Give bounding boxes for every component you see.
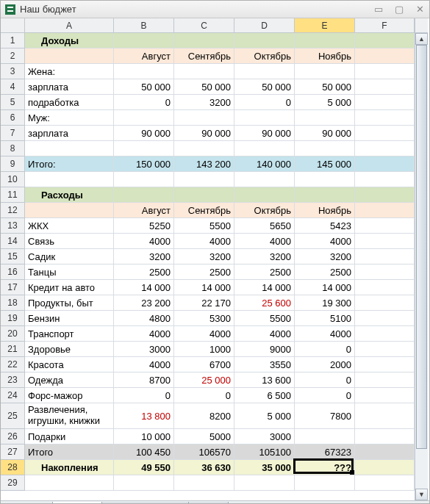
cell-E3[interactable] xyxy=(295,64,355,79)
minimize-button[interactable]: ▭ xyxy=(373,4,384,15)
col-head-B[interactable]: B xyxy=(114,18,174,33)
cell-C23[interactable]: 25 000 xyxy=(174,372,234,388)
cell-D5[interactable]: 0 xyxy=(234,95,295,110)
row-head-13[interactable]: 13 xyxy=(1,218,25,234)
cell-A28[interactable]: Накопления xyxy=(25,460,114,475)
cell-C19[interactable]: 5300 xyxy=(174,311,234,326)
cell-A9[interactable]: Итого: xyxy=(25,156,114,172)
row-head-17[interactable]: 17 xyxy=(1,280,25,295)
cell-E19[interactable]: 5100 xyxy=(295,311,355,326)
cell-F26[interactable] xyxy=(355,429,415,444)
cell-A12[interactable] xyxy=(25,203,114,218)
row-head-4[interactable]: 4 xyxy=(1,79,25,95)
cell-D22[interactable]: 3550 xyxy=(234,357,295,372)
scroll-down-button[interactable]: ▼ xyxy=(415,489,428,500)
cell-C24[interactable]: 0 xyxy=(174,388,234,403)
cell-F19[interactable] xyxy=(355,311,415,326)
col-head-F[interactable]: F xyxy=(355,18,415,33)
cell-C15[interactable]: 3200 xyxy=(174,249,234,264)
cell-E15[interactable]: 3200 xyxy=(295,249,355,264)
cell-F8[interactable] xyxy=(355,141,415,156)
cell-C11[interactable] xyxy=(174,187,234,203)
row-head-11[interactable]: 11 xyxy=(1,187,25,203)
col-head-A[interactable]: A xyxy=(25,18,114,33)
cell-D3[interactable] xyxy=(234,64,295,79)
cell-C13[interactable]: 5500 xyxy=(174,218,234,234)
cell-A24[interactable]: Форс-мажор xyxy=(25,388,114,403)
cell-D17[interactable]: 14 000 xyxy=(234,280,295,295)
cell-F22[interactable] xyxy=(355,357,415,372)
cell-E22[interactable]: 2000 xyxy=(295,357,355,372)
cell-E1[interactable] xyxy=(295,33,355,48)
cell-A14[interactable]: Связь xyxy=(25,234,114,249)
cell-F17[interactable] xyxy=(355,280,415,295)
cell-E23[interactable]: 0 xyxy=(295,372,355,388)
cell-F12[interactable] xyxy=(355,203,415,218)
cell-F23[interactable] xyxy=(355,372,415,388)
scroll-up-button[interactable]: ▲ xyxy=(415,33,428,45)
cell-F7[interactable] xyxy=(355,126,415,141)
col-head-C[interactable]: C xyxy=(174,18,234,33)
cell-B15[interactable]: 3200 xyxy=(114,249,174,264)
cell-C29[interactable] xyxy=(174,475,234,491)
cell-E18[interactable]: 19 300 xyxy=(295,295,355,311)
cell-B29[interactable] xyxy=(114,475,174,491)
cell-A15[interactable]: Садик xyxy=(25,249,114,264)
cell-F18[interactable] xyxy=(355,295,415,311)
cell-C1[interactable] xyxy=(174,33,234,48)
cell-B3[interactable] xyxy=(114,64,174,79)
cell-A11[interactable]: Расходы xyxy=(25,187,114,203)
cell-A26[interactable]: Подарки xyxy=(25,429,114,444)
cell-B14[interactable]: 4000 xyxy=(114,234,174,249)
cell-C12[interactable]: Сентябрь xyxy=(174,203,234,218)
cell-B18[interactable]: 23 200 xyxy=(114,295,174,311)
cell-E28[interactable]: ??? xyxy=(295,460,355,475)
cell-D14[interactable]: 4000 xyxy=(234,234,295,249)
cell-F6[interactable] xyxy=(355,110,415,126)
row-head-22[interactable]: 22 xyxy=(1,357,25,372)
cell-A4[interactable]: зарплата xyxy=(25,79,114,95)
cell-A3[interactable]: Жена: xyxy=(25,64,114,79)
cell-C10[interactable] xyxy=(174,172,234,187)
cell-D21[interactable]: 9000 xyxy=(234,342,295,357)
cell-B22[interactable]: 4000 xyxy=(114,357,174,372)
cell-C8[interactable] xyxy=(174,141,234,156)
cell-E26[interactable] xyxy=(295,429,355,444)
row-head-14[interactable]: 14 xyxy=(1,234,25,249)
cell-C16[interactable]: 2500 xyxy=(174,264,234,280)
cell-F27[interactable] xyxy=(355,444,415,460)
cell-B13[interactable]: 5250 xyxy=(114,218,174,234)
cell-C28[interactable]: 36 630 xyxy=(174,460,234,475)
cell-D1[interactable] xyxy=(234,33,295,48)
row-head-10[interactable]: 10 xyxy=(1,172,25,187)
cell-F4[interactable] xyxy=(355,79,415,95)
cell-E13[interactable]: 5423 xyxy=(295,218,355,234)
cell-E25[interactable]: 7800 xyxy=(295,403,355,429)
cell-F10[interactable] xyxy=(355,172,415,187)
cell-D27[interactable]: 105100 xyxy=(234,444,295,460)
cell-D26[interactable]: 3000 xyxy=(234,429,295,444)
cell-A7[interactable]: зарплата xyxy=(25,126,114,141)
cell-F9[interactable] xyxy=(355,156,415,172)
cell-B7[interactable]: 90 000 xyxy=(114,126,174,141)
row-head-29[interactable]: 29 xyxy=(1,475,25,491)
row-head-16[interactable]: 16 xyxy=(1,264,25,280)
cell-D2[interactable]: Октябрь xyxy=(234,48,295,64)
cell-B16[interactable]: 2500 xyxy=(114,264,174,280)
cell-B23[interactable]: 8700 xyxy=(114,372,174,388)
cell-E6[interactable] xyxy=(295,110,355,126)
cell-C2[interactable]: Сентябрь xyxy=(174,48,234,64)
cell-C3[interactable] xyxy=(174,64,234,79)
cell-D23[interactable]: 13 600 xyxy=(234,372,295,388)
row-head-21[interactable]: 21 xyxy=(1,342,25,357)
cell-D18[interactable]: 25 600 xyxy=(234,295,295,311)
cell-C17[interactable]: 14 000 xyxy=(174,280,234,295)
cell-F24[interactable] xyxy=(355,388,415,403)
row-head-5[interactable]: 5 xyxy=(1,95,25,110)
row-head-6[interactable]: 6 xyxy=(1,110,25,126)
row-head-18[interactable]: 18 xyxy=(1,295,25,311)
cell-D7[interactable]: 90 000 xyxy=(234,126,295,141)
cell-F14[interactable] xyxy=(355,234,415,249)
cell-A5[interactable]: подработка xyxy=(25,95,114,110)
cell-E24[interactable]: 0 xyxy=(295,388,355,403)
